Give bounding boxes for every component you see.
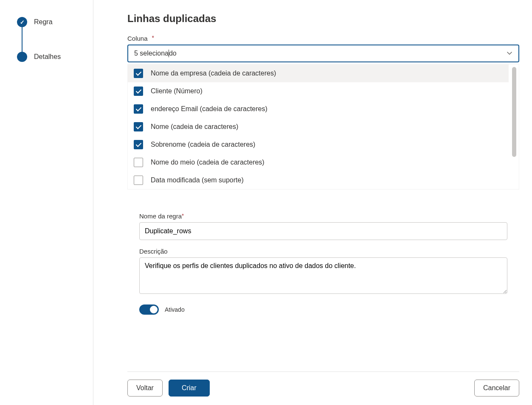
option-label: Data modificada (sem suporte) xyxy=(151,176,244,184)
step-label: Regra xyxy=(34,18,53,26)
option-sobrenome[interactable]: Sobrenome (cadeia de caracteres) xyxy=(128,136,509,154)
enabled-toggle[interactable] xyxy=(139,304,159,315)
checkbox-icon[interactable] xyxy=(134,87,143,96)
cancel-button[interactable]: Cancelar xyxy=(474,380,519,397)
checkbox-icon[interactable] xyxy=(134,140,143,149)
circle-icon xyxy=(17,52,27,62)
checkbox-icon[interactable] xyxy=(134,176,143,185)
option-label: Sobrenome (cadeia de caracteres) xyxy=(151,141,255,148)
main-panel: Linhas duplicadas Coluna* 5 selecionado … xyxy=(93,0,532,405)
column-label: Coluna* xyxy=(127,35,519,42)
toggle-knob-icon xyxy=(150,306,158,313)
rule-name-input[interactable] xyxy=(139,222,507,240)
option-nome-do-meio[interactable]: Nome do meio (cadeia de caracteres) xyxy=(128,154,509,171)
column-dropdown-panel: Nome da empresa (cadeia de caracteres) C… xyxy=(127,64,519,190)
column-select[interactable]: 5 selecionado xyxy=(127,45,519,62)
back-button[interactable]: Voltar xyxy=(127,380,163,397)
chevron-down-icon xyxy=(507,50,512,56)
toggle-label: Ativado xyxy=(165,306,185,313)
required-asterisk-icon: * xyxy=(182,212,184,219)
column-select-value: 5 selecionado xyxy=(134,50,177,58)
description-label: Descrição xyxy=(139,248,507,255)
checkbox-icon[interactable] xyxy=(134,158,143,167)
dropdown-scrollbar[interactable] xyxy=(512,67,516,187)
description-textarea[interactable] xyxy=(139,257,507,294)
option-nome[interactable]: Nome (cadeia de caracteres) xyxy=(128,118,509,136)
create-button[interactable]: Criar xyxy=(169,380,210,397)
step-label: Detalhes xyxy=(34,53,61,61)
rule-name-label: Nome da regra* xyxy=(139,212,507,220)
wizard-sidebar: ✓ Regra Detalhes xyxy=(0,0,93,405)
checkbox-icon[interactable] xyxy=(134,69,143,78)
checkbox-icon[interactable] xyxy=(134,122,143,131)
step-regra[interactable]: ✓ Regra xyxy=(17,17,84,27)
option-nome-da-empresa[interactable]: Nome da empresa (cadeia de caracteres) xyxy=(128,64,509,82)
page-title: Linhas duplicadas xyxy=(127,13,519,25)
step-detalhes[interactable]: Detalhes xyxy=(17,52,84,62)
checkbox-icon[interactable] xyxy=(134,104,143,114)
option-label: endereço Email (cadeia de caracteres) xyxy=(151,105,267,113)
option-endereco-email[interactable]: endereço Email (cadeia de caracteres) xyxy=(128,100,509,118)
scrollbar-thumb[interactable] xyxy=(512,67,516,157)
option-cliente[interactable]: Cliente (Número) xyxy=(128,82,509,100)
required-asterisk-icon: * xyxy=(152,34,154,41)
option-label: Nome do meio (cadeia de caracteres) xyxy=(151,159,265,166)
option-data-modificada[interactable]: Data modificada (sem suporte) xyxy=(128,171,509,189)
option-label: Cliente (Número) xyxy=(151,87,203,95)
option-label: Nome da empresa (cadeia de caracteres) xyxy=(151,70,276,77)
step-connector xyxy=(22,27,23,52)
checkmark-circle-icon: ✓ xyxy=(17,17,27,27)
footer: Voltar Criar Cancelar xyxy=(127,371,519,397)
option-label: Nome (cadeia de caracteres) xyxy=(151,123,238,131)
